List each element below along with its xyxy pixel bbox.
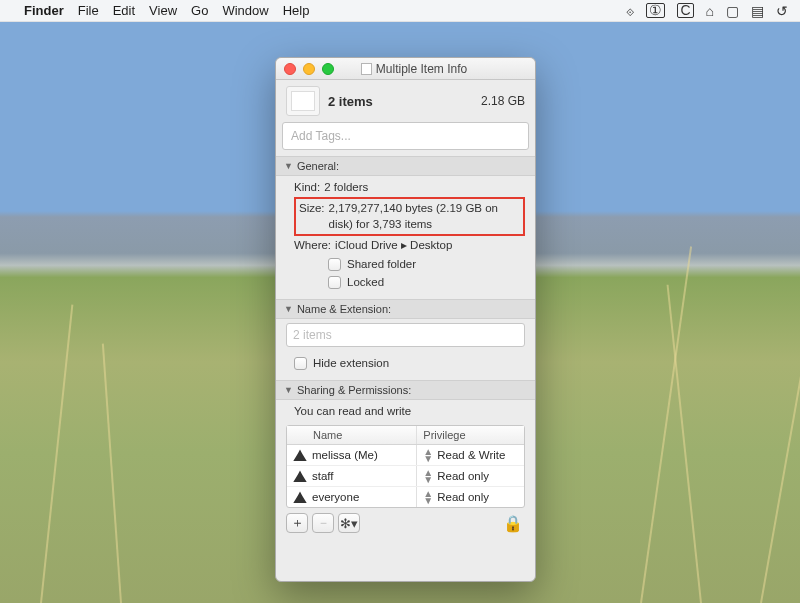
general-body: Kind: 2 folders Size: 2,179,277,140 byte…: [276, 176, 535, 299]
section-name-ext[interactable]: ▼ Name & Extension:: [276, 299, 535, 319]
where-label: Where:: [294, 237, 331, 254]
permissions-row[interactable]: everyone ▲▼Read only: [287, 487, 524, 507]
title-bar[interactable]: Multiple Item Info: [276, 58, 535, 80]
perm-priv: Read only: [437, 470, 489, 482]
col-privilege[interactable]: Privilege: [417, 426, 524, 444]
permissions-row[interactable]: staff ▲▼Read only: [287, 466, 524, 487]
locked-checkbox[interactable]: [328, 276, 341, 289]
menu-edit[interactable]: Edit: [113, 3, 135, 18]
date-icon[interactable]: ▤: [751, 3, 764, 19]
where-value: iCloud Drive ▸ Desktop: [335, 237, 452, 254]
action-menu-button[interactable]: ✻▾: [338, 513, 360, 533]
perm-priv: Read only: [437, 491, 489, 503]
sharing-note: You can read and write: [294, 405, 411, 417]
kind-value: 2 folders: [324, 179, 368, 196]
add-user-button[interactable]: ＋: [286, 513, 308, 533]
chevron-down-icon: ▼: [284, 385, 293, 395]
section-general[interactable]: ▼ General:: [276, 156, 535, 176]
section-sharing[interactable]: ▼ Sharing & Permissions:: [276, 380, 535, 400]
section-sharing-label: Sharing & Permissions:: [297, 384, 411, 396]
remove-user-button[interactable]: －: [312, 513, 334, 533]
total-size: 2.18 GB: [481, 94, 525, 108]
app-name[interactable]: Finder: [24, 3, 64, 18]
info-window: Multiple Item Info 2 items 2.18 GB Add T…: [275, 57, 536, 582]
chevron-down-icon: ▼: [284, 161, 293, 171]
user-icon: [293, 449, 307, 461]
onepassword-icon[interactable]: ①: [646, 3, 665, 18]
caffeine-icon[interactable]: C: [677, 3, 693, 18]
lock-icon[interactable]: 🔒: [503, 514, 523, 533]
hide-extension-checkbox[interactable]: [294, 357, 307, 370]
summary-row: 2 items 2.18 GB: [276, 80, 535, 122]
menu-window[interactable]: Window: [222, 3, 268, 18]
perm-name: staff: [312, 470, 334, 482]
decorative: [102, 344, 122, 603]
name-ext-input[interactable]: 2 items: [286, 323, 525, 347]
shared-folder-label: Shared folder: [347, 256, 416, 273]
menu-go[interactable]: Go: [191, 3, 208, 18]
airplay-icon[interactable]: ▢: [726, 3, 739, 19]
permissions-footer: ＋ － ✻▾ 🔒: [286, 513, 525, 533]
everyone-icon: [293, 491, 307, 503]
dropbox-icon[interactable]: ⟐: [626, 3, 634, 19]
permissions-header: Name Privilege: [287, 426, 524, 445]
stepper-icon[interactable]: ▲▼: [423, 490, 433, 504]
folder-stack-icon: [286, 86, 320, 116]
section-general-label: General:: [297, 160, 339, 172]
timemachine-icon[interactable]: ↺: [776, 3, 788, 19]
stepper-icon[interactable]: ▲▼: [423, 469, 433, 483]
menu-view[interactable]: View: [149, 3, 177, 18]
kind-label: Kind:: [294, 179, 320, 196]
group-icon: [293, 470, 307, 482]
shared-folder-checkbox[interactable]: [328, 258, 341, 271]
stepper-icon[interactable]: ▲▼: [423, 448, 433, 462]
hide-extension-label: Hide extension: [313, 355, 389, 372]
document-icon: [361, 63, 372, 75]
close-button[interactable]: [284, 63, 296, 75]
menu-help[interactable]: Help: [283, 3, 310, 18]
tags-input[interactable]: Add Tags...: [282, 122, 529, 150]
permissions-row[interactable]: melissa (Me) ▲▼Read & Write: [287, 445, 524, 466]
size-value: 2,179,277,140 bytes (2.19 GB on disk) fo…: [329, 200, 520, 233]
home-icon[interactable]: ⌂: [706, 3, 714, 19]
decorative: [40, 305, 73, 603]
perm-name: melissa (Me): [312, 449, 378, 461]
col-name[interactable]: Name: [287, 426, 417, 444]
item-count: 2 items: [328, 94, 473, 109]
decorative: [640, 246, 692, 603]
chevron-down-icon: ▼: [284, 304, 293, 314]
perm-name: everyone: [312, 491, 359, 503]
locked-label: Locked: [347, 274, 384, 291]
perm-priv: Read & Write: [437, 449, 505, 461]
menu-bar: Finder File Edit View Go Window Help ⟐ ①…: [0, 0, 800, 22]
decorative: [760, 229, 800, 603]
permissions-table: Name Privilege melissa (Me) ▲▼Read & Wri…: [286, 425, 525, 508]
decorative: [667, 285, 702, 603]
section-name-ext-label: Name & Extension:: [297, 303, 391, 315]
size-label: Size:: [299, 200, 325, 233]
window-title: Multiple Item Info: [301, 62, 527, 76]
menu-file[interactable]: File: [78, 3, 99, 18]
